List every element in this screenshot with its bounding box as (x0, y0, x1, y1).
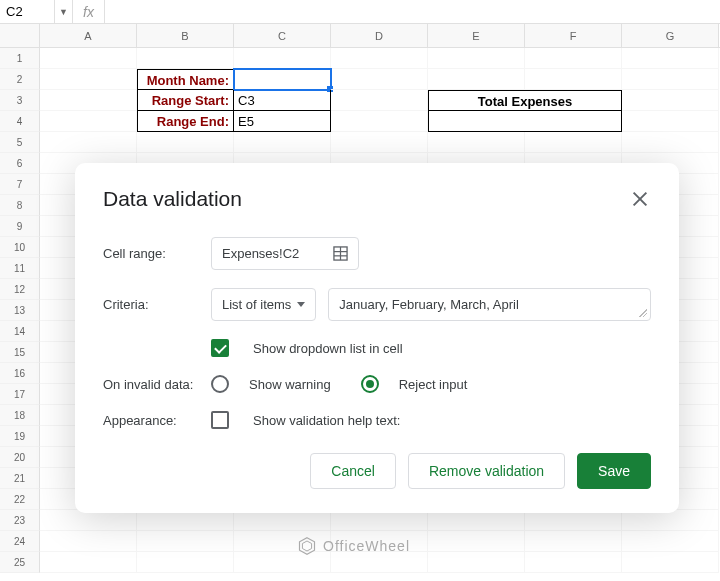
row-header[interactable]: 2 (0, 69, 40, 90)
col-header[interactable]: B (137, 24, 234, 47)
row-header[interactable]: 18 (0, 405, 40, 426)
row-header[interactable]: 3 (0, 90, 40, 111)
cell[interactable] (622, 552, 719, 573)
row-header[interactable]: 19 (0, 426, 40, 447)
name-box[interactable]: C2 (0, 0, 55, 23)
help-text-checkbox[interactable] (211, 411, 229, 429)
cell[interactable] (40, 531, 137, 552)
cell[interactable] (622, 69, 719, 90)
cell[interactable]: Range End: (137, 111, 234, 132)
cell[interactable] (40, 510, 137, 531)
cell[interactable] (331, 69, 428, 90)
cancel-button[interactable]: Cancel (310, 453, 396, 489)
row-header[interactable]: 4 (0, 111, 40, 132)
cell[interactable] (525, 132, 622, 153)
close-icon[interactable] (629, 188, 651, 210)
row-header[interactable]: 12 (0, 279, 40, 300)
row-header[interactable]: 13 (0, 300, 40, 321)
cell[interactable] (428, 510, 525, 531)
criteria-items-input[interactable]: January, February, March, April (328, 288, 651, 321)
cell[interactable] (525, 531, 622, 552)
select-all-corner[interactable] (0, 24, 40, 47)
cell[interactable] (331, 510, 428, 531)
row-header[interactable]: 14 (0, 321, 40, 342)
row-header[interactable]: 1 (0, 48, 40, 69)
row-header[interactable]: 23 (0, 510, 40, 531)
col-header[interactable]: A (40, 24, 137, 47)
cell[interactable]: Month Name: (137, 69, 234, 90)
cell[interactable] (622, 531, 719, 552)
cell[interactable] (40, 69, 137, 90)
cell[interactable] (622, 111, 719, 132)
col-header[interactable]: F (525, 24, 622, 47)
col-header[interactable]: E (428, 24, 525, 47)
cell[interactable] (331, 90, 428, 111)
cell[interactable] (525, 48, 622, 69)
cell[interactable]: E5 (234, 111, 331, 132)
row-header[interactable]: 20 (0, 447, 40, 468)
row-header[interactable]: 7 (0, 174, 40, 195)
cell[interactable] (234, 69, 331, 90)
cell[interactable] (137, 132, 234, 153)
cell[interactable]: Range Start: (137, 90, 234, 111)
show-dropdown-checkbox[interactable] (211, 339, 229, 357)
row-header[interactable]: 22 (0, 489, 40, 510)
row-header[interactable]: 8 (0, 195, 40, 216)
cell-range-input[interactable]: Expenses!C2 (211, 237, 359, 270)
cell[interactable] (331, 111, 428, 132)
row-header[interactable]: 16 (0, 363, 40, 384)
col-header[interactable]: C (234, 24, 331, 47)
cell[interactable] (331, 132, 428, 153)
name-box-dropdown-icon[interactable]: ▼ (55, 0, 73, 23)
cell[interactable] (622, 90, 719, 111)
cell[interactable] (622, 510, 719, 531)
cell[interactable] (137, 510, 234, 531)
col-header[interactable]: D (331, 24, 428, 47)
row-header[interactable]: 6 (0, 153, 40, 174)
cell[interactable] (234, 510, 331, 531)
row-header[interactable]: 17 (0, 384, 40, 405)
formula-bar[interactable] (105, 10, 720, 14)
reject-input-radio[interactable] (361, 375, 379, 393)
criteria-type-dropdown[interactable]: List of items (211, 288, 316, 321)
cell[interactable] (428, 69, 525, 90)
row-header[interactable]: 15 (0, 342, 40, 363)
cell[interactable] (428, 531, 525, 552)
row-header[interactable]: 24 (0, 531, 40, 552)
cell[interactable] (622, 48, 719, 69)
cell[interactable] (428, 111, 622, 132)
cell[interactable] (137, 531, 234, 552)
cell[interactable] (40, 111, 137, 132)
cell[interactable] (622, 132, 719, 153)
cell[interactable] (40, 90, 137, 111)
row-header[interactable]: 11 (0, 258, 40, 279)
cell[interactable] (234, 48, 331, 69)
cell[interactable] (525, 510, 622, 531)
cell[interactable] (525, 552, 622, 573)
cell[interactable] (137, 48, 234, 69)
cell[interactable] (428, 552, 525, 573)
cell[interactable] (428, 48, 525, 69)
row-header[interactable]: 21 (0, 468, 40, 489)
col-header[interactable]: G (622, 24, 719, 47)
cell[interactable] (428, 132, 525, 153)
cell[interactable] (40, 48, 137, 69)
save-button[interactable]: Save (577, 453, 651, 489)
cell[interactable] (40, 552, 137, 573)
row-header[interactable]: 10 (0, 237, 40, 258)
cell[interactable]: C3 (234, 90, 331, 111)
cell[interactable] (234, 132, 331, 153)
show-warning-radio[interactable] (211, 375, 229, 393)
cell[interactable]: Total Expenses (428, 90, 622, 111)
row-header[interactable]: 5 (0, 132, 40, 153)
remove-validation-button[interactable]: Remove validation (408, 453, 565, 489)
cell[interactable] (525, 69, 622, 90)
row-header[interactable]: 9 (0, 216, 40, 237)
show-dropdown-label: Show dropdown list in cell (253, 341, 403, 356)
row-header[interactable]: 25 (0, 552, 40, 573)
cell[interactable] (40, 132, 137, 153)
cell[interactable] (331, 48, 428, 69)
criteria-type-value: List of items (222, 297, 291, 312)
select-range-icon[interactable] (333, 246, 348, 261)
cell[interactable] (137, 552, 234, 573)
